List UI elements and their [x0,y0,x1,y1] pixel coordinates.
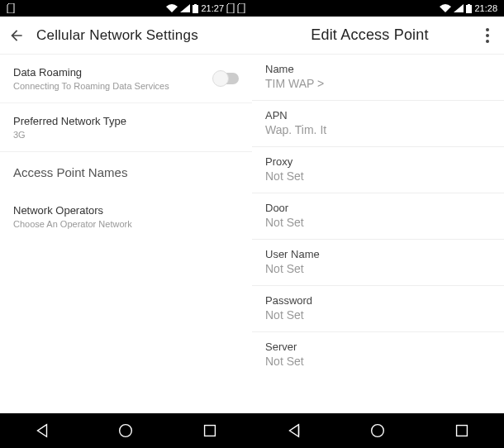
roaming-label: Data Roaming [13,66,239,79]
nav-back-icon[interactable] [285,422,303,440]
nav-bar-right [252,413,504,448]
operators-sub: Choose An Operator Network [13,219,239,229]
status-bar-left: 21:27 [0,0,252,17]
title-bar-right: Edit Access Point [252,17,504,55]
svg-rect-3 [205,426,216,436]
field-username-label: User Name [265,248,491,260]
network-type-value: 3G [13,130,239,140]
wifi-icon [166,4,178,12]
apn-label: Access Point Names [13,165,127,179]
svg-point-2 [120,425,132,437]
field-apn[interactable]: APN Wap. Tim. It [252,101,504,147]
field-name[interactable]: Name TIM WAP > [252,55,504,101]
back-icon[interactable] [8,27,25,44]
apn-row[interactable]: Access Point Names [0,152,252,193]
status-bar-right: 21:28 [252,0,504,17]
nav-home-icon[interactable] [116,422,135,440]
battery-icon [466,4,472,13]
roaming-toggle[interactable] [214,73,239,84]
field-name-value: TIM WAP > [265,77,491,90]
field-username-value: Not Set [265,262,491,275]
field-server-label: Server [265,341,491,353]
overflow-menu-icon[interactable] [479,28,496,43]
signal-icon [180,4,190,12]
svg-rect-8 [457,426,468,436]
nav-bar-left [0,413,252,448]
svg-rect-0 [193,5,198,13]
title-bar-left: Cellular Network Settings [0,17,252,55]
operators-label: Network Operators [13,204,239,217]
field-door-value: Not Set [265,216,491,229]
field-apn-label: APN [265,109,491,122]
svg-rect-1 [194,4,197,5]
signal-icon [454,4,464,12]
field-apn-value: Wap. Tim. It [265,123,491,136]
sim-icon-3 [237,3,245,13]
sim-icon-2 [226,3,235,13]
svg-rect-5 [468,4,470,5]
nav-back-icon[interactable] [33,422,51,440]
status-time: 21:27 [201,3,224,13]
field-server[interactable]: Server Not Set [252,332,504,378]
nav-home-icon[interactable] [368,422,387,440]
operators-row[interactable]: Network Operators Choose An Operator Net… [0,193,252,234]
field-username[interactable]: User Name Not Set [252,240,504,286]
svg-rect-4 [466,5,472,13]
field-password-value: Not Set [265,308,491,322]
sim-icon [7,3,15,13]
network-type-label: Preferred Network Type [13,115,239,127]
battery-icon [193,4,198,13]
wifi-icon [440,4,451,12]
svg-point-7 [372,425,384,437]
field-door[interactable]: Door Not Set [252,193,504,240]
field-password[interactable]: Password Not Set [252,286,504,332]
roaming-sub: Connecting To Roaming Data Services [13,81,239,91]
status-time: 21:28 [474,3,497,13]
field-door-label: Door [265,202,491,214]
nav-recent-icon[interactable] [201,422,219,440]
page-title: Edit Access Point [260,26,479,44]
right-panel: 21:28 Edit Access Point Name TIM WAP > A… [252,0,504,448]
roaming-row[interactable]: Data Roaming Connecting To Roaming Data … [0,55,252,103]
nav-recent-icon[interactable] [453,422,471,440]
field-proxy-value: Not Set [265,169,491,183]
field-proxy[interactable]: Proxy Not Set [252,147,504,193]
field-name-label: Name [265,63,491,75]
field-server-value: Not Set [265,355,491,368]
left-panel: 21:27 Cellular Network Settings Data Roa… [0,0,252,448]
network-type-row[interactable]: Preferred Network Type 3G [0,103,252,152]
page-title: Cellular Network Settings [36,27,244,44]
field-proxy-label: Proxy [265,155,491,168]
field-password-label: Password [265,294,491,307]
